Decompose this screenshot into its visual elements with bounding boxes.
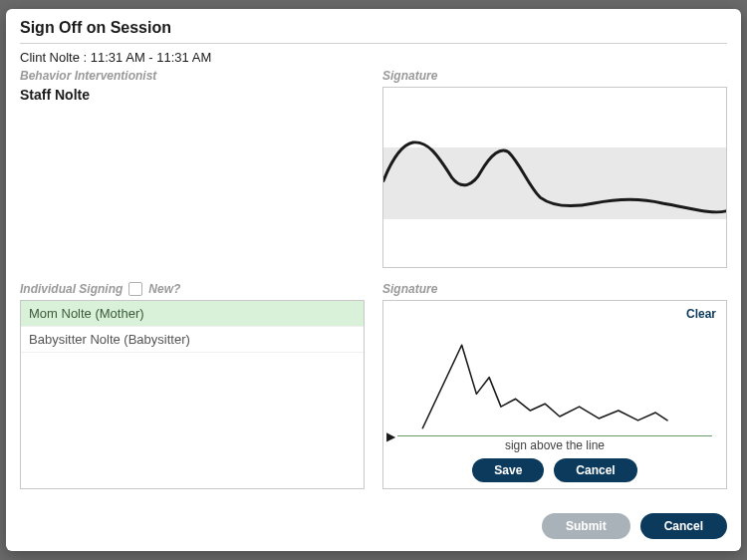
interventionist-label: Behavior Interventionist [20, 69, 365, 83]
new-label: New? [148, 282, 180, 296]
individual-col: Individual Signing New? Mom Nolte (Mothe… [20, 282, 365, 489]
modal-content: Behavior Interventionist Staff Nolte Sig… [6, 69, 741, 503]
list-item[interactable]: Mom Nolte (Mother) [21, 301, 364, 327]
interventionist-signature-stroke [383, 88, 726, 266]
individual-label-row: Individual Signing New? [20, 282, 365, 296]
interventionist-name: Staff Nolte [20, 87, 365, 103]
list-item[interactable]: Babysitter Nolte (Babysitter) [21, 327, 364, 353]
sign-off-modal: Sign Off on Session Clint Nolte : 11:31 … [6, 9, 741, 551]
signature-buttons: Save Cancel [383, 458, 726, 482]
individual-signature-col: Signature Clear ▶ sign above the line Sa… [382, 282, 727, 489]
individual-signing-label: Individual Signing [20, 282, 123, 296]
signature-label-bottom: Signature [382, 282, 727, 296]
interventionist-col: Behavior Interventionist Staff Nolte [20, 69, 365, 268]
signature-cancel-button[interactable]: Cancel [554, 458, 636, 482]
top-row: Behavior Interventionist Staff Nolte Sig… [20, 69, 727, 268]
interventionist-signature-col: Signature [382, 69, 727, 268]
bottom-row: Individual Signing New? Mom Nolte (Mothe… [20, 282, 727, 489]
signer-list: Mom Nolte (Mother) Babysitter Nolte (Bab… [20, 300, 365, 489]
signature-label-top: Signature [382, 69, 727, 83]
individual-signature-box[interactable]: Clear ▶ sign above the line Save Cancel [382, 300, 727, 489]
sign-hint: sign above the line [383, 438, 726, 452]
submit-button[interactable]: Submit [542, 513, 630, 539]
save-button[interactable]: Save [472, 458, 544, 482]
modal-title: Sign Off on Session [20, 19, 727, 37]
modal-header: Sign Off on Session [6, 9, 741, 43]
modal-footer: Submit Cancel [6, 503, 741, 551]
session-summary: Clint Nolte : 11:31 AM - 11:31 AM [6, 44, 741, 69]
footer-cancel-button[interactable]: Cancel [640, 513, 727, 539]
interventionist-signature-box[interactable] [382, 87, 727, 268]
new-checkbox[interactable] [128, 282, 142, 296]
signature-line [397, 435, 712, 436]
